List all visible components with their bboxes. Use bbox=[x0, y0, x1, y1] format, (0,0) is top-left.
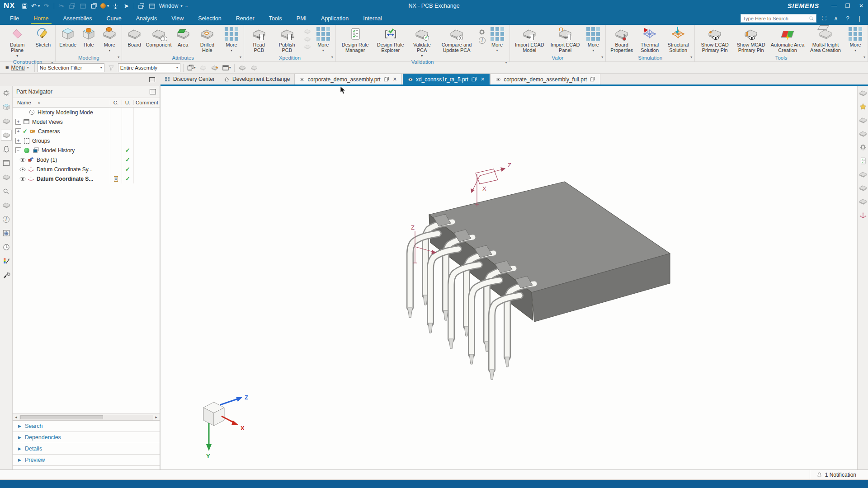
menu-view[interactable]: View bbox=[164, 13, 191, 24]
touch-mode-button[interactable] bbox=[89, 1, 99, 10]
validation-settings-icon[interactable] bbox=[478, 28, 486, 36]
tree-row-datum-csys-1[interactable]: Datum Coordinate Sy... ✓ bbox=[13, 164, 160, 174]
export-model-icon[interactable] bbox=[859, 197, 868, 206]
minimize-button[interactable]: — bbox=[827, 0, 841, 12]
section-search[interactable]: ▶Search bbox=[13, 421, 160, 432]
tab-corporate-demo-assembly[interactable]: corporate_demo_assembly.prt ✕ bbox=[294, 74, 401, 84]
notification-button[interactable]: 1 Notification bbox=[810, 470, 868, 479]
save-button[interactable] bbox=[20, 1, 30, 10]
tab-development-exchange[interactable]: Development Exchange bbox=[219, 74, 294, 84]
ribbon-footer-xpedition[interactable]: Xpedition bbox=[245, 54, 335, 61]
close-button[interactable]: ✕ bbox=[854, 0, 868, 12]
command-finder-button[interactable]: ➤ bbox=[122, 1, 132, 10]
voice-command-button[interactable] bbox=[111, 1, 121, 10]
tree-row-groups[interactable]: + Groups bbox=[13, 136, 160, 145]
add-component-button[interactable]: ▾ bbox=[222, 63, 231, 72]
menu-internal[interactable]: Internal bbox=[356, 13, 389, 24]
web-browser-icon[interactable] bbox=[1, 228, 12, 239]
tree-row-model-history[interactable]: − Model History ✓ bbox=[13, 145, 160, 155]
constraint-navigator-icon[interactable] bbox=[1, 116, 12, 127]
ribbon-footer-simulation[interactable]: Simulation bbox=[607, 54, 693, 61]
expand-icon[interactable]: + bbox=[15, 138, 21, 144]
board-button[interactable]: Board bbox=[124, 26, 145, 48]
menu-file[interactable]: File bbox=[3, 13, 26, 24]
ribbon-footer-valor[interactable]: Valor bbox=[511, 54, 605, 61]
cascade-windows-button[interactable] bbox=[137, 1, 146, 10]
menu-home[interactable]: Home bbox=[26, 13, 56, 24]
validation-info-icon[interactable] bbox=[479, 37, 486, 44]
restore-button[interactable]: ❐ bbox=[841, 0, 854, 12]
area-button[interactable]: Area bbox=[173, 26, 193, 48]
tree-column-header[interactable]: Name C. U. Comment bbox=[13, 98, 160, 108]
read-pcb-button[interactable]: Read PCB bbox=[246, 26, 272, 53]
ribbon-footer-tools[interactable]: Tools bbox=[696, 54, 867, 61]
viewport-3d[interactable]: Z X Z Z X Y bbox=[160, 86, 857, 470]
settings-icon[interactable] bbox=[1, 88, 12, 99]
automatic-area-creation-button[interactable]: Automatic Area Creation bbox=[769, 26, 806, 53]
multi-height-area-creation-button[interactable]: Multi-Height Area Creation bbox=[806, 26, 845, 53]
tree-row-cameras[interactable]: + ✓ Cameras bbox=[13, 127, 160, 136]
disabled-pcb-icon[interactable] bbox=[303, 28, 311, 35]
section-dependencies[interactable]: ▶Dependencies bbox=[13, 432, 160, 443]
hole-button[interactable]: Hole bbox=[78, 26, 99, 48]
show-only-button[interactable]: + bbox=[210, 63, 220, 72]
extrude-button[interactable]: Extrude bbox=[57, 26, 78, 48]
filter-icon[interactable] bbox=[106, 63, 116, 72]
tab-corporate-demo-assembly-full[interactable]: corporate_demo_assembly_full.prt bbox=[491, 74, 600, 84]
history-icon[interactable] bbox=[1, 242, 12, 253]
import-ecad-model-button[interactable]: Import ECAD Model bbox=[512, 26, 548, 53]
window-chip-alt-button[interactable] bbox=[249, 63, 259, 72]
validate-pca-button[interactable]: Validate PCA bbox=[408, 26, 436, 59]
design-rule-explorer-button[interactable]: Design Rule Explorer bbox=[373, 26, 408, 53]
tab-discovery-center[interactable]: Discovery Center bbox=[160, 74, 219, 84]
visualization-icon[interactable] bbox=[1, 256, 12, 267]
eye-icon[interactable] bbox=[19, 176, 26, 182]
information-icon[interactable] bbox=[1, 214, 12, 225]
xpedition-more-button[interactable]: More bbox=[313, 26, 334, 54]
component-button[interactable]: Component bbox=[145, 26, 172, 48]
eye-icon[interactable] bbox=[19, 167, 26, 172]
menu-render[interactable]: Render bbox=[229, 13, 262, 24]
mentor-star-icon[interactable] bbox=[859, 102, 868, 111]
part-navigator-icon[interactable] bbox=[1, 130, 12, 141]
menu-selection[interactable]: Selection bbox=[191, 13, 228, 24]
tools-more-button[interactable]: More bbox=[845, 26, 866, 54]
utilities-icon[interactable] bbox=[1, 270, 12, 281]
show-ecad-primary-pin-button[interactable]: Show ECAD Primary Pin bbox=[697, 26, 733, 53]
menu-pmi[interactable]: PMI bbox=[289, 13, 314, 24]
drilled-hole-button[interactable]: Drilled Hole bbox=[193, 26, 221, 53]
design-rule-manager-button[interactable]: Design Rule Manager bbox=[338, 26, 373, 53]
collapse-icon[interactable]: − bbox=[15, 147, 21, 153]
scroll-left-icon[interactable]: ◂ bbox=[13, 414, 19, 420]
qat-overflow-icon[interactable]: ⌄ bbox=[185, 4, 189, 8]
templates-icon[interactable] bbox=[1, 200, 12, 211]
menu-assemblies[interactable]: Assemblies bbox=[56, 13, 99, 24]
design-rules-icon[interactable] bbox=[859, 156, 868, 165]
disabled-pcb-icon[interactable] bbox=[303, 36, 311, 42]
cut-button[interactable]: ✂ bbox=[57, 1, 66, 10]
pin-tab-icon[interactable] bbox=[383, 76, 389, 82]
panel-dock-icon[interactable] bbox=[150, 89, 156, 94]
scrollbar-thumb[interactable] bbox=[20, 415, 103, 419]
help-icon[interactable]: ? bbox=[844, 15, 852, 22]
ribbon-footer-attributes[interactable]: Attributes bbox=[123, 54, 243, 61]
tree-row-datum-csys-2[interactable]: Datum Coordinate S... ✓ bbox=[13, 174, 160, 183]
ribbon-footer-modeling[interactable]: Modeling bbox=[57, 54, 121, 61]
part-search-icon[interactable] bbox=[1, 186, 12, 197]
section-preview[interactable]: ▶Preview bbox=[13, 455, 160, 466]
graphics-window[interactable]: Z X Z Z X Y bbox=[160, 86, 857, 469]
menu-curve[interactable]: Curve bbox=[99, 13, 128, 24]
disabled-pcb-icon[interactable] bbox=[303, 43, 311, 50]
structural-solution-button[interactable]: Structural Solution bbox=[664, 26, 693, 53]
snap-point-button[interactable]: ▾ bbox=[186, 63, 196, 72]
close-tab-icon[interactable]: ✕ bbox=[480, 76, 485, 82]
menu-application[interactable]: Application bbox=[314, 13, 356, 24]
section-details[interactable]: ▶Details bbox=[13, 443, 160, 455]
thermal-solution-button[interactable]: Thermal Solution bbox=[636, 26, 664, 53]
render-style-button[interactable]: ▾ bbox=[100, 1, 110, 10]
board-properties-button[interactable]: Board Properties bbox=[608, 26, 636, 53]
component-icon[interactable] bbox=[859, 170, 868, 179]
expand-icon[interactable]: + bbox=[15, 119, 21, 125]
publish-pcb-button[interactable]: Publish PCB bbox=[272, 26, 302, 53]
tree-horizontal-scrollbar[interactable]: ◂ ▸ bbox=[13, 413, 160, 420]
